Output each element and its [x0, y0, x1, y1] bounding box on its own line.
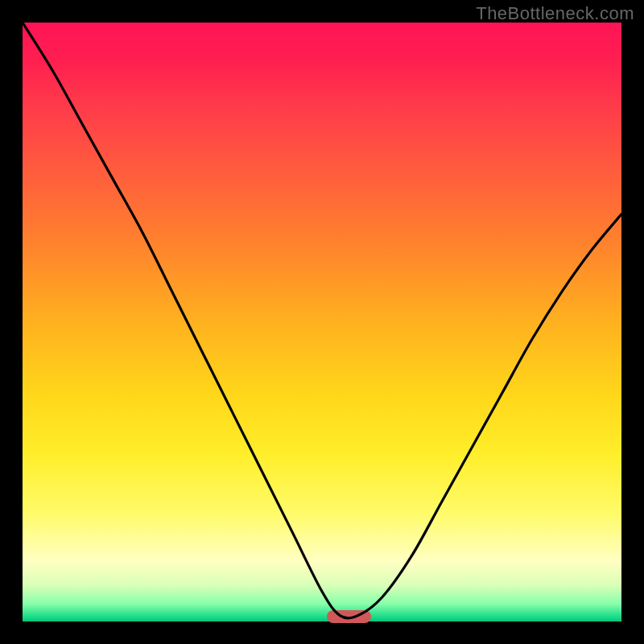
curve-path: [23, 23, 621, 618]
chart-frame: TheBottleneck.com: [0, 0, 644, 644]
watermark-label: TheBottleneck.com: [476, 3, 634, 24]
bottleneck-curve: [23, 23, 621, 621]
plot-area: [23, 23, 621, 621]
